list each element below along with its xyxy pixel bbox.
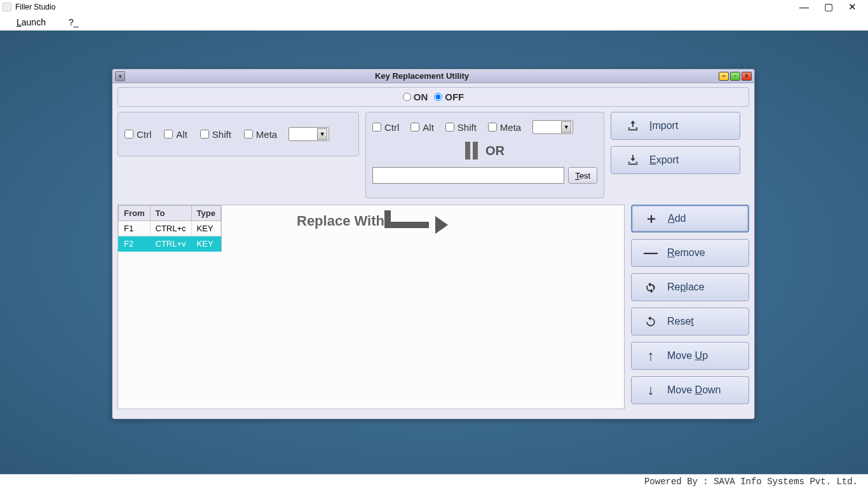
tgt-meta-checkbox[interactable]: Meta [488,122,521,133]
export-icon [625,152,641,168]
pause-icon [465,142,478,159]
test-input[interactable] [372,167,564,184]
arrow-up-icon: ↑ [643,348,658,364]
tgt-key-dropdown[interactable]: ▼ [532,120,573,134]
mappings-table-area: From To Type F1CTRL+cKEYF2CTRL+vKEY [118,205,625,409]
tgt-shift-checkbox[interactable]: Shift [445,122,477,133]
arrow-down-icon: ↓ [643,382,658,398]
menu-help[interactable]: ?_ [69,17,79,27]
arrow-icon [391,222,429,228]
moveup-button[interactable]: ↑ Move Up [631,342,749,370]
remove-button[interactable]: — Remove [631,239,749,267]
src-key-dropdown[interactable]: ▼ [288,127,329,141]
movedown-button[interactable]: ↓ Move Down [631,376,749,404]
footer-text: Powered By : SAVA Info Systems Pvt. Ltd. [644,477,858,487]
or-separator: OR [372,142,597,159]
minimize-icon[interactable]: — [799,1,809,13]
col-type[interactable]: Type [191,206,220,221]
plus-icon: ＋ [644,209,659,228]
close-icon[interactable]: ✕ [848,1,857,13]
source-key-panel: Ctrl Alt Shift Meta ▼ [118,112,359,156]
inner-titlebar[interactable]: Key Replacement Utility – ▫ × [112,69,754,83]
mappings-table[interactable]: From To Type F1CTRL+cKEYF2CTRL+vKEY [118,205,221,252]
menubar: LLaunch ?_ [0,14,868,30]
add-button[interactable]: ＋ Add [631,205,749,233]
footer: Powered By : SAVA Info Systems Pvt. Ltd. [0,474,868,488]
src-meta-checkbox[interactable]: Meta [244,129,277,140]
inner-maximize-icon[interactable]: ▫ [730,72,740,81]
col-to[interactable]: To [150,206,191,221]
table-row[interactable]: F2CTRL+vKEY [119,236,221,252]
onoff-panel: ON OFF [118,87,749,107]
col-from[interactable]: From [119,206,151,221]
maximize-icon[interactable]: ▢ [824,1,833,13]
src-alt-checkbox[interactable]: Alt [164,129,187,140]
src-shift-checkbox[interactable]: Shift [200,129,231,140]
inner-close-icon[interactable]: × [742,72,752,81]
target-key-panel: Ctrl Alt Shift Meta ▼ OR Test [365,112,604,198]
replace-button[interactable]: Replace [631,273,749,301]
refresh-icon [643,281,658,294]
inner-window: Key Replacement Utility – ▫ × ON OFF Ctr… [112,69,755,419]
tgt-ctrl-checkbox[interactable]: Ctrl [372,122,399,133]
src-ctrl-checkbox[interactable]: Ctrl [125,129,151,140]
radio-off[interactable]: OFF [434,92,464,102]
menu-launch[interactable]: LLaunch [17,17,46,27]
titlebar: Filler Studio — ▢ ✕ [0,0,868,14]
reset-button[interactable]: Reset [631,308,749,336]
import-button[interactable]: Import [611,112,740,140]
export-button[interactable]: Export [611,146,740,174]
undo-icon [643,315,658,328]
app-icon [3,3,11,11]
table-row[interactable]: F1CTRL+cKEY [119,221,221,236]
tgt-alt-checkbox[interactable]: Alt [410,122,434,133]
app-title: Filler Studio [15,3,55,11]
minus-icon: — [643,245,658,261]
inner-title: Key Replacement Utility [125,71,719,81]
desktop: Key Replacement Utility – ▫ × ON OFF Ctr… [0,30,868,474]
inner-minimize-icon[interactable]: – [719,72,729,81]
system-menu-icon[interactable] [115,71,125,81]
import-icon [625,118,641,133]
radio-on[interactable]: ON [403,92,428,102]
replace-with-label: Replace With [297,212,448,230]
test-button[interactable]: Test [568,167,597,184]
